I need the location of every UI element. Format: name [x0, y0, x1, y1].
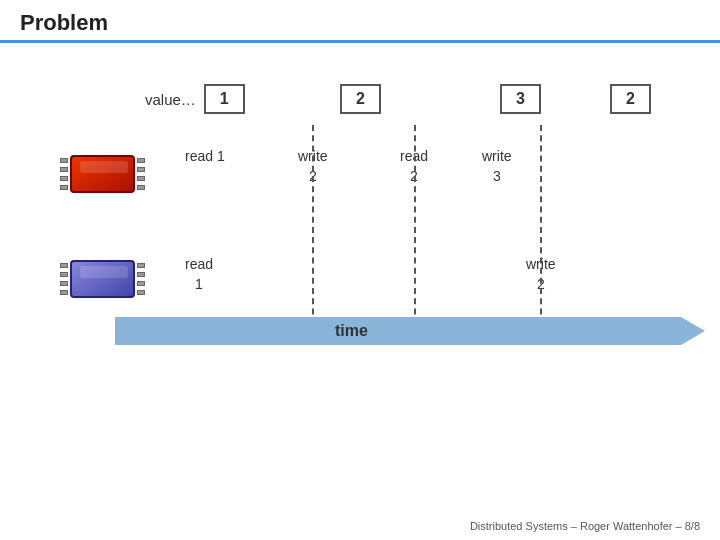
op-read-1-blue: read1	[185, 255, 213, 294]
value-box-1: 1	[204, 84, 245, 114]
op-read-1: read 1	[185, 147, 225, 167]
value-box-3: 3	[500, 84, 541, 114]
op-write-3: write3	[482, 147, 512, 186]
value-label: value…	[145, 91, 196, 108]
header: Problem	[0, 0, 720, 43]
value-box-4: 2	[610, 84, 651, 114]
dashed-line-1	[312, 125, 314, 345]
dashed-line-2	[414, 125, 416, 345]
page-title: Problem	[20, 10, 108, 35]
chip-blue	[60, 260, 145, 298]
chip-red	[60, 155, 145, 193]
value-box-2: 2	[340, 84, 381, 114]
time-arrow-container: time	[115, 317, 705, 345]
main-content: value… 1 2 3 2	[0, 43, 720, 385]
footer-text: Distributed Systems – Roger Wattenhofer …	[470, 520, 700, 532]
dashed-line-3	[540, 125, 542, 345]
time-arrow: time	[115, 317, 705, 345]
